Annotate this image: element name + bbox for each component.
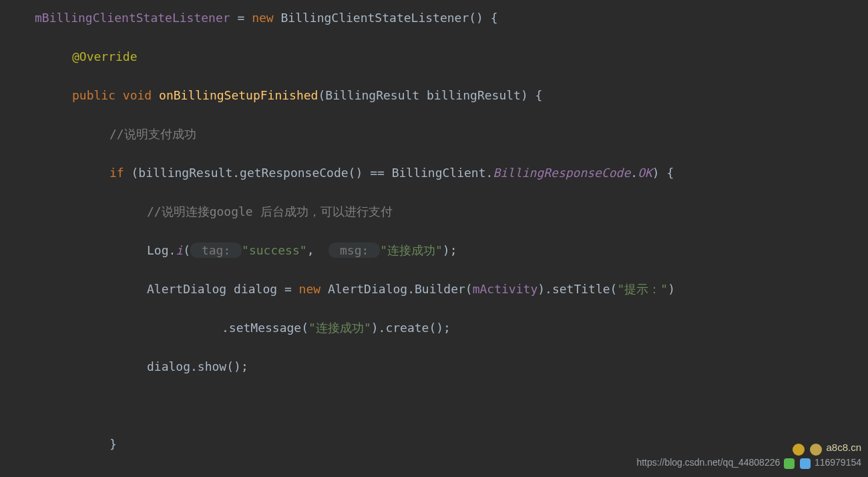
code-line [0, 395, 868, 415]
code-line: .setMessage("连接成功").create(); [0, 318, 868, 337]
method-decl: onBillingSetupFinished [159, 88, 318, 102]
param-hint: msg: [329, 243, 380, 258]
code-line: //说明支付成功 [0, 124, 868, 144]
annotation: @Override [72, 49, 138, 63]
watermark-icons [783, 454, 812, 473]
watermark: https://blog.csdn.net/qq_44808226 116979… [636, 453, 861, 473]
code-line: @Override [0, 47, 868, 66]
param-hint: tag: [190, 243, 242, 258]
code-line: } [0, 434, 868, 454]
code-line: Log.i( tag: "success", msg: "连接成功"); [0, 241, 868, 260]
watermark-icon [800, 458, 811, 469]
watermark-text: 116979154 [815, 457, 861, 468]
field-ref: mBillingClientStateListener [35, 11, 230, 25]
comment: //说明支付成功 [110, 127, 196, 141]
watermark-text: https://blog.csdn.net/qq_44808226 [636, 457, 780, 468]
code-line: } [0, 473, 868, 477]
code-editor[interactable]: mBillingClientStateListener = new Billin… [0, 0, 868, 477]
comment: //说明连接google 后台成功，可以进行支付 [147, 204, 393, 218]
watermark-icon [784, 458, 795, 469]
watermark-text: a8c8.cn [826, 442, 861, 453]
code-line: dialog.show(); [0, 357, 868, 376]
code-line: public void onBillingSetupFinished(Billi… [0, 86, 868, 105]
code-line: //说明连接google 后台成功，可以进行支付 [0, 202, 868, 221]
code-line: mBillingClientStateListener = new Billin… [0, 8, 868, 27]
code-line: if (billingResult.getResponseCode() == B… [0, 163, 868, 182]
code-line: AlertDialog dialog = new AlertDialog.Bui… [0, 279, 868, 299]
